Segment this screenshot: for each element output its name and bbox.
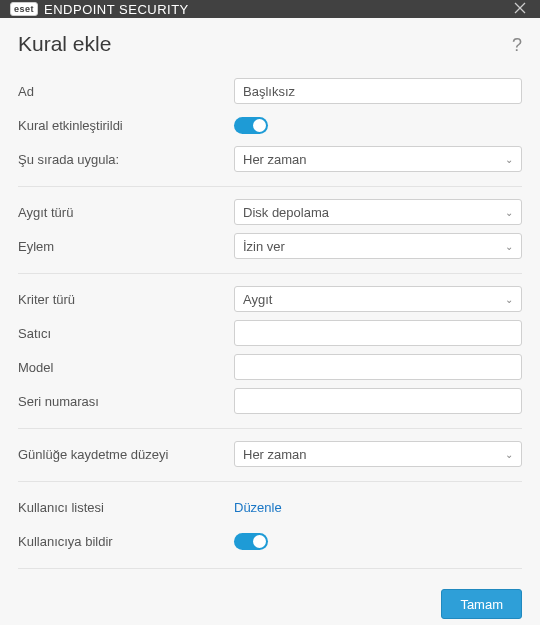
rule-enabled-label: Kural etkinleştirildi (18, 118, 234, 133)
rule-enabled-toggle[interactable] (234, 117, 268, 134)
apply-during-label: Şu sırada uygula: (18, 152, 234, 167)
device-type-select[interactable]: Disk depolama ⌄ (234, 199, 522, 225)
log-level-select[interactable]: Her zaman ⌄ (234, 441, 522, 467)
criteria-type-select[interactable]: Aygıt ⌄ (234, 286, 522, 312)
vendor-input[interactable] (234, 320, 522, 346)
edit-user-list-link[interactable]: Düzenle (234, 500, 282, 515)
apply-during-value: Her zaman (243, 152, 307, 167)
divider (18, 186, 522, 187)
close-icon[interactable] (510, 0, 530, 18)
log-level-value: Her zaman (243, 447, 307, 462)
log-level-label: Günlüğe kaydetme düzeyi (18, 447, 234, 462)
vendor-label: Satıcı (18, 326, 234, 341)
criteria-type-value: Aygıt (243, 292, 272, 307)
notify-user-label: Kullanıcıya bildir (18, 534, 234, 549)
action-select[interactable]: İzin ver ⌄ (234, 233, 522, 259)
divider (18, 568, 522, 569)
ok-button[interactable]: Tamam (441, 589, 522, 619)
apply-during-select[interactable]: Her zaman ⌄ (234, 146, 522, 172)
chevron-down-icon: ⌄ (505, 449, 513, 460)
brand-badge: eset (10, 2, 38, 16)
divider (18, 481, 522, 482)
page-title: Kural ekle (18, 32, 512, 56)
chevron-down-icon: ⌄ (505, 154, 513, 165)
notify-user-toggle[interactable] (234, 533, 268, 550)
serial-input[interactable] (234, 388, 522, 414)
model-label: Model (18, 360, 234, 375)
header: Kural ekle ? (18, 28, 522, 62)
brand-text: ENDPOINT SECURITY (44, 2, 189, 17)
divider (18, 273, 522, 274)
name-input[interactable] (234, 78, 522, 104)
criteria-type-label: Kriter türü (18, 292, 234, 307)
action-value: İzin ver (243, 239, 285, 254)
brand: eset ENDPOINT SECURITY (10, 2, 189, 17)
titlebar: eset ENDPOINT SECURITY (0, 0, 540, 18)
chevron-down-icon: ⌄ (505, 241, 513, 252)
serial-label: Seri numarası (18, 394, 234, 409)
action-label: Eylem (18, 239, 234, 254)
name-label: Ad (18, 84, 234, 99)
device-type-label: Aygıt türü (18, 205, 234, 220)
device-type-value: Disk depolama (243, 205, 329, 220)
user-list-label: Kullanıcı listesi (18, 500, 234, 515)
footer: Tamam (18, 579, 522, 619)
dialog-window: eset ENDPOINT SECURITY Kural ekle ? Ad K… (0, 0, 540, 625)
content: Kural ekle ? Ad Kural etkinleştirildi Şu… (0, 18, 540, 625)
chevron-down-icon: ⌄ (505, 294, 513, 305)
help-icon[interactable]: ? (512, 35, 522, 56)
chevron-down-icon: ⌄ (505, 207, 513, 218)
divider (18, 428, 522, 429)
model-input[interactable] (234, 354, 522, 380)
